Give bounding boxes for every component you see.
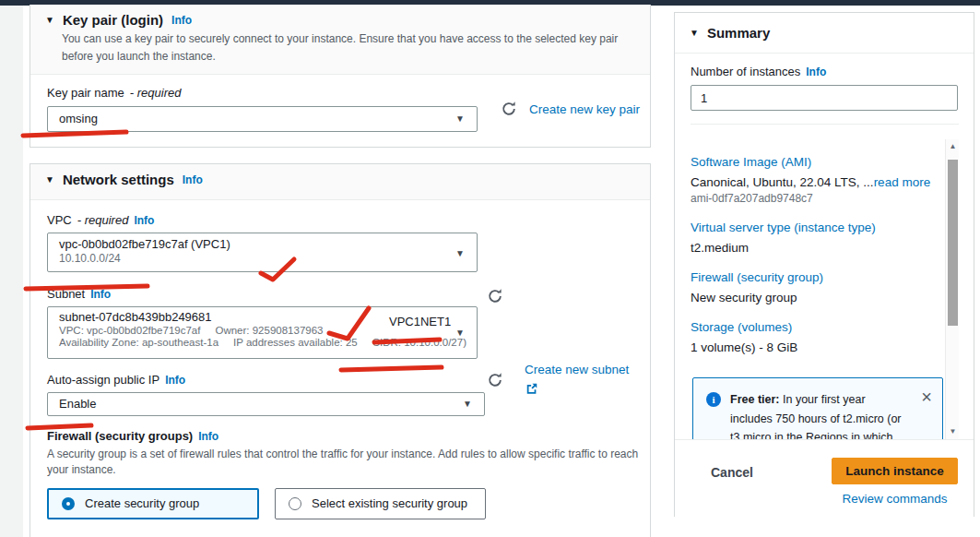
scroll-down-icon[interactable]: ▼ [946, 424, 960, 439]
info-link[interactable]: Info [198, 430, 218, 443]
subnet-ips: IP addresses available: 25 [233, 337, 358, 348]
subnet-cidr: CIDR: 10.10.0.0/27) [372, 337, 466, 348]
summary-scrollbar[interactable]: ▲ ▼ [945, 139, 959, 439]
info-link[interactable]: Info [134, 214, 154, 227]
key-pair-name-label: Key pair name- required [47, 86, 635, 100]
info-circle-icon: i [706, 392, 721, 407]
auto-assign-selected-value: Enable [59, 397, 96, 411]
create-key-pair-link[interactable]: Create new key pair [529, 102, 640, 116]
summary-header: ▼ Summary [675, 13, 974, 54]
firewall-label: Firewall (security groups) Info [47, 429, 650, 443]
summary-footer: Cancel Launch instance Review commands [675, 439, 974, 517]
vpc-label: VPC- required Info [47, 213, 650, 227]
key-pair-selected-value: omsing [59, 112, 98, 125]
radio-selected-icon [62, 497, 75, 510]
storage-volumes-link[interactable]: Storage (volumes) [691, 320, 939, 334]
subnet-vpc: VPC: vpc-0b0bd02fbe719c7af [59, 325, 200, 336]
storage-volumes-value: 1 volume(s) - 8 GiB [691, 340, 939, 354]
number-of-instances-label: Number of instances Info [691, 65, 959, 78]
subnet-owner: Owner: 925908137963 [215, 325, 323, 336]
refresh-icon[interactable] [487, 372, 503, 388]
chevron-down-icon: ▼ [463, 393, 472, 415]
key-pair-section: ▼ Key pair (login) Info You can use a ke… [30, 5, 651, 148]
chevron-down-icon: ▼ [455, 247, 465, 257]
vpc-select[interactable]: vpc-0b0bd02fbe719c7af (VPC1) 10.10.0.0/2… [47, 233, 478, 272]
summary-scroll-area: Software Image (AMI) Canonical, Ubuntu, … [675, 139, 975, 439]
create-security-group-option[interactable]: Create security group [47, 488, 259, 519]
network-header: ▼ Network settings Info [30, 164, 650, 200]
instance-type-link[interactable]: Virtual server type (instance type) [691, 221, 939, 234]
read-more-link[interactable]: read more [874, 175, 931, 189]
auto-assign-ip-select[interactable]: Enable ▼ [47, 392, 485, 416]
info-link[interactable]: Info [165, 374, 185, 387]
free-tier-alert: i Free tier: In your first year includes… [692, 377, 943, 439]
firewall-description: A security group is a set of firewall ru… [47, 447, 644, 479]
software-image-link[interactable]: Software Image (AMI) [691, 155, 939, 169]
info-link[interactable]: Info [90, 288, 111, 301]
refresh-icon[interactable] [501, 101, 517, 117]
info-link[interactable]: Info [806, 66, 826, 78]
scroll-up-icon[interactable]: ▲ [946, 139, 960, 154]
key-pair-header: ▼ Key pair (login) Info You can use a ke… [30, 5, 650, 75]
select-existing-security-group-option[interactable]: Select existing security group [275, 488, 486, 519]
chevron-down-icon: ▼ [455, 107, 465, 131]
key-pair-select[interactable]: omsing ▼ [47, 106, 478, 132]
subnet-name: VPC1NET1 [389, 315, 451, 328]
subnet-az: Availability Zone: ap-southeast-1a [59, 337, 218, 348]
launch-instance-page: ▼ Key pair (login) Info You can use a ke… [0, 0, 980, 537]
left-gutter [0, 6, 23, 537]
close-icon[interactable]: × [921, 388, 932, 406]
collapse-icon[interactable]: ▼ [45, 15, 54, 25]
number-of-instances-input[interactable] [691, 85, 958, 111]
info-link[interactable]: Info [183, 173, 203, 186]
subnet-label: Subnet Info [47, 287, 650, 301]
radio-unselected-icon [289, 497, 301, 510]
radio-label: Select existing security group [312, 496, 467, 510]
firewall-group-link[interactable]: Firewall (security group) [691, 270, 939, 284]
section-title: Summary [707, 25, 770, 41]
instance-type-value: t2.medium [691, 241, 939, 255]
vpc-selected-value: vpc-0b0bd02fbe719c7af (VPC1) [59, 237, 477, 251]
info-link[interactable]: Info [171, 14, 192, 27]
subnet-select[interactable]: subnet-07dc8b439bb249681 VPC1NET1 VPC: v… [47, 306, 478, 359]
vpc-cidr: 10.10.0.0/24 [59, 252, 477, 265]
refresh-icon[interactable] [487, 288, 503, 304]
network-settings-section: ▼ Network settings Info VPC- required In… [30, 163, 651, 537]
cancel-button[interactable]: Cancel [711, 465, 753, 480]
section-title: Key pair (login) [63, 12, 163, 28]
launch-instance-button[interactable]: Launch instance [832, 458, 958, 484]
collapse-icon[interactable]: ▼ [690, 28, 699, 38]
section-title: Network settings [63, 172, 174, 187]
radio-label: Create security group [85, 496, 199, 510]
firewall-group-value: New security group [691, 291, 939, 304]
review-commands-link[interactable]: Review commands [832, 492, 958, 506]
summary-panel: ▼ Summary Number of instances Info Softw… [674, 12, 974, 517]
create-subnet-link[interactable]: Create new subnet [525, 363, 629, 376]
external-link-icon[interactable] [525, 382, 538, 395]
free-tier-text: Free tier: In your first year includes 7… [730, 390, 909, 439]
software-image-value: Canonical, Ubuntu, 22.04 LTS, ...read mo… [691, 175, 939, 189]
collapse-icon[interactable]: ▼ [45, 174, 54, 185]
scrollbar-thumb[interactable] [948, 160, 958, 326]
key-pair-description: You can use a key pair to securely conne… [62, 30, 635, 65]
ami-id: ami-0df7a207adb9748c7 [691, 192, 939, 205]
chevron-down-icon: ▼ [455, 328, 465, 338]
